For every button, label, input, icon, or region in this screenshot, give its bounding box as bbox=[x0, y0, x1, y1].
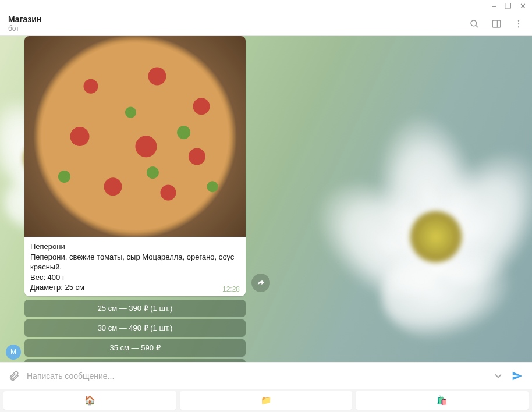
message: Пеперони Пеперони, свежие томаты, сыр Мо… bbox=[24, 36, 246, 362]
svg-point-6 bbox=[518, 26, 519, 27]
message-time: 12:28 bbox=[222, 285, 240, 294]
window-titlebar: – ❐ ✕ bbox=[0, 0, 532, 12]
product-image[interactable] bbox=[24, 36, 246, 237]
reply-key-catalog[interactable]: 📁 bbox=[180, 391, 353, 410]
size-option-button[interactable]: 30 см — 490 ₽ (1 шт.) bbox=[24, 319, 246, 337]
reply-key-home[interactable]: 🏠 bbox=[3, 391, 176, 410]
product-description: Пеперони, свежие томаты, сыр Моцарелла, … bbox=[30, 252, 240, 272]
reply-key-cart[interactable]: 🛍️ bbox=[356, 391, 529, 410]
add-to-cart-button[interactable]: В корзину 🛍️ bbox=[24, 359, 246, 362]
keyboard-toggle-icon[interactable] bbox=[492, 370, 504, 382]
reply-keyboard: 🏠 📁 🛍️ bbox=[0, 389, 532, 412]
bot-avatar[interactable]: М bbox=[6, 345, 21, 360]
size-option-button[interactable]: 35 см — 590 ₽ bbox=[24, 339, 246, 357]
chat-title-block[interactable]: Магазин бот bbox=[8, 15, 469, 33]
window-minimize-icon[interactable]: – bbox=[492, 2, 496, 10]
attach-icon[interactable] bbox=[8, 370, 20, 382]
sidebar-toggle-icon[interactable] bbox=[491, 19, 502, 29]
background-flower-icon bbox=[305, 106, 532, 350]
chat-subtitle: бот bbox=[8, 24, 469, 33]
chat-title: Магазин bbox=[8, 15, 469, 24]
svg-point-4 bbox=[518, 20, 519, 21]
svg-rect-2 bbox=[492, 20, 501, 27]
share-button[interactable] bbox=[251, 274, 270, 292]
more-icon[interactable] bbox=[513, 19, 524, 29]
chat-header: Магазин бот bbox=[0, 12, 532, 36]
search-icon[interactable] bbox=[469, 19, 480, 29]
chat-area: М Пеперони Пеперони, свежие томаты, сыр … bbox=[0, 36, 532, 362]
window-close-icon[interactable]: ✕ bbox=[520, 2, 526, 10]
svg-line-1 bbox=[476, 25, 478, 27]
svg-point-5 bbox=[518, 23, 519, 24]
composer bbox=[0, 362, 532, 389]
product-weight: Вес: 400 г bbox=[30, 272, 240, 283]
product-title: Пеперони bbox=[30, 242, 240, 252]
size-option-button[interactable]: 25 см — 390 ₽ (1 шт.) bbox=[24, 300, 246, 317]
message-input[interactable] bbox=[27, 371, 485, 381]
product-card[interactable]: Пеперони Пеперони, свежие томаты, сыр Мо… bbox=[24, 36, 246, 296]
product-diameter: Диаметр: 25 см bbox=[30, 282, 240, 293]
product-caption: Пеперони Пеперони, свежие томаты, сыр Мо… bbox=[24, 237, 246, 296]
svg-point-0 bbox=[471, 20, 477, 26]
window-maximize-icon[interactable]: ❐ bbox=[505, 2, 512, 10]
send-button[interactable] bbox=[511, 370, 524, 382]
inline-keyboard: 25 см — 390 ₽ (1 шт.) 30 см — 490 ₽ (1 ш… bbox=[24, 300, 246, 362]
